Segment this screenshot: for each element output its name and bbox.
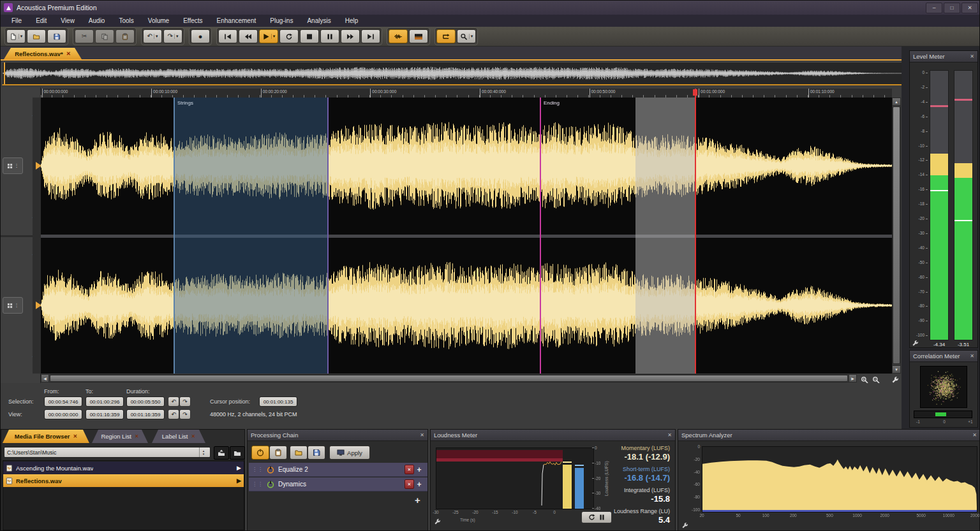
menu-item-view[interactable]: View [54, 16, 82, 25]
timeline-ruler[interactable]: 00:00:00:00000:00:10:00000:00:20:00000:0… [41, 89, 892, 98]
scroll-up-button[interactable]: ▲ [892, 98, 901, 106]
undo-button[interactable]: ↶▾ [143, 29, 162, 43]
selection-from-field[interactable]: 00:00:54:746 [44, 396, 82, 407]
open-file-button[interactable] [290, 446, 308, 460]
tab-media-file-browser[interactable]: Media File Browser✕ [3, 430, 89, 443]
save-file-button[interactable] [308, 446, 325, 460]
minimize-button[interactable]: – [926, 3, 942, 13]
panel-close-icon[interactable]: ✕ [420, 432, 424, 438]
panel-close-icon[interactable]: ✕ [972, 432, 977, 438]
panel-close-icon[interactable]: ✕ [970, 353, 974, 359]
cut-button[interactable]: ✂ [75, 29, 94, 43]
close-button[interactable]: ✕ [961, 3, 978, 13]
tab-close-icon[interactable]: ✕ [66, 50, 71, 57]
power-toggle-icon[interactable] [267, 481, 278, 488]
play-file-button[interactable]: ▶ [237, 477, 241, 484]
play-file-button[interactable]: ▶ [237, 465, 241, 471]
dropdown-arrow-icon[interactable]: ▾ [271, 34, 276, 39]
loudness-pause-button[interactable] [598, 512, 605, 523]
overview-waveform[interactable] [2, 62, 907, 85]
record-button[interactable]: ● [191, 29, 210, 43]
menu-item-effects[interactable]: Effects [176, 16, 209, 25]
redo-button[interactable]: ↷▾ [163, 29, 182, 43]
waveform-editor[interactable] [41, 98, 892, 374]
panel-close-icon[interactable]: ✕ [970, 54, 974, 59]
selection-redo-button[interactable]: ↷ [179, 396, 191, 407]
path-spinner[interactable]: ▴▾ [199, 447, 207, 457]
menu-item-enhancement[interactable]: Enhancement [210, 16, 264, 25]
cursor-position-field[interactable]: 00:01:00:135 [259, 396, 297, 407]
dropdown-arrow-icon[interactable]: ▾ [174, 34, 179, 39]
menu-item-file[interactable]: File [4, 16, 29, 25]
list-item-file[interactable]: Reflections.wav▶ [3, 474, 244, 487]
fast-forward-button[interactable] [341, 29, 360, 43]
save-file-button[interactable] [47, 29, 66, 43]
add-effect-button[interactable]: + [415, 495, 420, 506]
rewind-button[interactable] [239, 29, 258, 43]
paste-button[interactable] [269, 446, 287, 460]
horizontal-scroll-thumb[interactable] [50, 375, 848, 382]
view-to-field[interactable]: 00:01:16:359 [85, 409, 124, 419]
selection-duration-field[interactable]: 00:00:05:550 [126, 396, 165, 407]
power-button[interactable] [251, 446, 269, 460]
selection-to-field[interactable]: 00:01:00:296 [85, 396, 124, 407]
power-toggle-icon[interactable] [267, 466, 278, 474]
playback-cursor-head[interactable] [693, 89, 697, 96]
stop-button[interactable] [300, 29, 319, 43]
play-button[interactable]: ▾ [259, 29, 278, 43]
panel-close-icon[interactable]: ✕ [667, 432, 672, 438]
parent-folder-button[interactable] [214, 446, 229, 460]
loop-selection-button[interactable] [436, 29, 456, 43]
menu-item-tools[interactable]: Tools [112, 16, 140, 25]
open-file-button[interactable] [27, 29, 46, 43]
menu-item-audio[interactable]: Audio [82, 16, 112, 25]
zoom-button[interactable]: ▾ [457, 29, 476, 43]
add-effect-button[interactable]: + [414, 480, 424, 489]
effect-row-dynamics[interactable]: ⋮⋮Dynamics✕+ [249, 477, 427, 491]
dropdown-arrow-icon[interactable]: ▾ [154, 34, 158, 39]
channel-right-options-button[interactable]: ⋮ [3, 297, 23, 314]
view-duration-field[interactable]: 00:01:16:359 [126, 409, 165, 419]
view-redo-button[interactable]: ↷ [179, 409, 191, 419]
browse-folder-button[interactable] [230, 446, 245, 460]
effect-row-equalize-2[interactable]: ⋮⋮Equalize 2✕+ [249, 463, 427, 477]
view-undo-button[interactable]: ↶ [168, 409, 179, 419]
waveform-view-button[interactable] [389, 29, 408, 43]
paste-button[interactable] [115, 29, 135, 43]
dropdown-arrow-icon[interactable]: ▾ [19, 34, 23, 39]
maximize-button[interactable]: □ [944, 3, 960, 13]
selection-undo-button[interactable]: ↶ [168, 396, 179, 407]
menu-item-edit[interactable]: Edit [29, 16, 54, 25]
scroll-right-button[interactable]: ▶ [849, 374, 857, 382]
spectral-view-button[interactable] [409, 29, 428, 43]
level-meter-wrench-icon[interactable] [912, 338, 919, 349]
remove-effect-button[interactable]: ✕ [405, 479, 414, 489]
menu-item-plugins[interactable]: Plug-ins [263, 16, 300, 25]
view-from-field[interactable]: 00:00:00:000 [44, 409, 82, 419]
drag-grip-icon[interactable]: ⋮⋮ [252, 467, 264, 472]
remove-effect-button[interactable]: ✕ [405, 465, 414, 474]
dropdown-arrow-icon[interactable]: ▾ [469, 34, 473, 39]
menu-item-volume[interactable]: Volume [141, 16, 176, 25]
document-tab[interactable]: Reflections.wav* ✕ [4, 48, 82, 59]
channel-left-options-button[interactable]: ⋮ [3, 157, 23, 174]
skip-start-button[interactable] [218, 29, 237, 43]
skip-end-button[interactable] [361, 29, 380, 43]
scroll-left-button[interactable]: ◀ [41, 374, 49, 382]
tab-close-icon[interactable]: ✕ [135, 433, 139, 439]
path-combo-box[interactable]: C:\Users\Stan\Music ▴▾ [4, 447, 211, 458]
tab-close-icon[interactable]: ✕ [73, 433, 77, 439]
add-effect-button[interactable]: + [414, 465, 424, 474]
new-file-button[interactable]: ▾ [6, 29, 26, 43]
loudness-reset-button[interactable] [588, 512, 595, 523]
spectrum-wrench-icon[interactable] [681, 520, 688, 531]
vertical-scroll-thumb[interactable] [893, 106, 900, 364]
tab-close-icon[interactable]: ✕ [191, 433, 195, 439]
tab-label-list[interactable]: Label List✕ [152, 430, 205, 443]
list-item-file[interactable]: Ascending the Mountain.wav▶ [3, 462, 244, 474]
menu-item-analysis[interactable]: Analysis [300, 16, 338, 25]
drag-grip-icon[interactable]: ⋮⋮ [252, 481, 264, 487]
copy-button[interactable] [95, 29, 114, 43]
loop-playback-button[interactable] [279, 29, 299, 43]
menu-item-help[interactable]: Help [338, 16, 366, 25]
